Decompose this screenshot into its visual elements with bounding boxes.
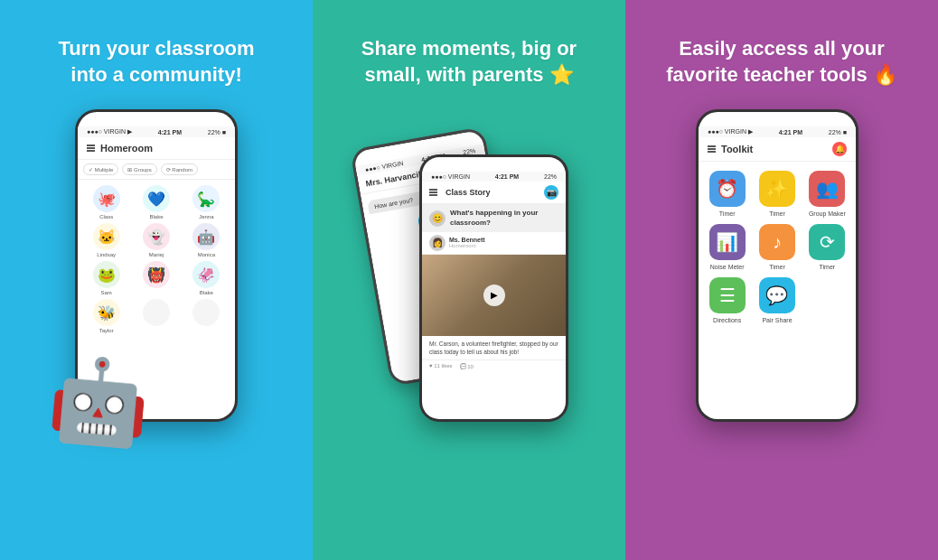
toolkit-title: Toolkit [721,144,753,154]
homeroom-title: Homeroom [100,143,153,154]
list-item[interactable]: 👻 Mariej [133,223,179,257]
list-item[interactable]: 🤖 Monica [183,223,230,257]
tool-group-maker[interactable]: 👥 Group Maker [806,171,849,217]
camera-icon[interactable]: 📷 [544,185,558,200]
status-bar-3: ●●●○ VIRGIN ▶ 4:21 PM 22% ■ [699,126,856,137]
tool-icon-timer2: ✨ [759,171,795,207]
story-avatar: 😊 [429,210,446,227]
noise-meter-label: Noise Meter [710,264,745,270]
panel2-title: Share moments, big or small, with parent… [361,36,577,88]
hamburger-icon-3[interactable] [708,145,716,153]
status-bar-pri: ●●●○ VIRGIN 4:21 PM 22% [422,172,566,182]
tab-random[interactable]: ⟳ Random [161,163,198,175]
tool-pair-share[interactable]: 💬 Pair Share [755,277,798,323]
panel-toolkit: Easily access all your favorite teacher … [625,0,938,560]
class-story-title: Class Story [446,188,491,197]
list-item[interactable]: 🦕 Jenna [183,185,230,219]
list-item[interactable]: 💙 Blake [133,185,179,219]
story-header: Class Story 📷 [422,182,566,204]
story-caption: Mr. Carson, a volunteer firefighter, sto… [422,336,566,359]
panel-story: Share moments, big or small, with parent… [313,0,625,560]
pair-share-label: Pair Share [762,317,792,323]
story-poster-info: 👩 Ms. Bennett Homeroom [422,232,566,255]
poster-location: Homeroom [449,243,485,248]
list-item [183,299,230,333]
list-item[interactable]: 🐙 Class [83,185,129,219]
panel1-title: Turn your classroom into a community! [58,36,254,88]
list-item[interactable]: 🦑 Blake [183,261,230,295]
status-bar-1: ●●●○ VIRGIN ▶ 4:21 PM 22% ■ [78,126,235,137]
story-question-bar: 😊 What's happening in your classroom? [422,204,566,232]
panel-classroom: Turn your classroom into a community! ●●… [0,0,313,560]
tool-icon-music: ♪ [759,224,795,260]
student-grid: 🐙 Class 💙 Blake 🦕 Jenna 🐱 Lindsay [78,180,235,339]
tool-timer-2[interactable]: ✨ Timer [755,171,798,217]
toolkit-header: Toolkit 🔔 [699,137,856,162]
phones-container: ●●●○ VIRGIN 4:21 PM 22% Mrs. Harvancik H… [370,118,568,471]
tool-timer-1[interactable]: ⏰ Timer [706,171,748,217]
tool-timer-4[interactable]: ⟳ Timer [806,224,849,270]
list-item [133,299,179,333]
notification-icon[interactable]: 🔔 [832,142,847,156]
status-left-3: ●●●○ VIRGIN ▶ [708,128,753,135]
tool-icon-group-maker: 👥 [809,171,845,207]
play-button[interactable]: ▶ [483,285,505,306]
tools-grid: ⏰ Timer ✨ Timer 👥 Group Maker 📊 Noise [699,162,856,332]
status-left-1: ●●●○ VIRGIN ▶ [87,128,132,135]
tool-icon-shuffle: ⟳ [809,224,845,260]
tab-groups[interactable]: ⊞ Groups [122,163,156,175]
poster-avatar: 👩 [429,235,446,251]
status-time-1: 4:21 PM [158,129,182,135]
phone-primary: ●●●○ VIRGIN 4:21 PM 22% Class Story 📷 � [419,154,568,422]
status-right-1: 22% ■ [208,129,226,135]
story-image: ▶ [422,255,566,336]
tool-directions[interactable]: ☰ Directions [706,277,748,323]
tabs-row: ✓ Multiple ⊞ Groups ⟳ Random [78,160,235,180]
phone-3: ●●●○ VIRGIN ▶ 4:21 PM 22% ■ Toolkit 🔔 [696,109,858,422]
phone-3-wrap: ●●●○ VIRGIN ▶ 4:21 PM 22% ■ Toolkit 🔔 [696,109,868,422]
status-right-3: 22% ■ [829,129,847,135]
tool-icon-noise-meter: 📊 [709,224,746,260]
status-time-3: 4:21 PM [779,129,802,135]
list-item[interactable]: 🐝 Taylor [83,299,129,333]
tool-icon-directions: ☰ [709,277,746,313]
story-question: What's happening in your classroom? [450,209,558,228]
homeroom-header: Homeroom [78,137,235,160]
story-likes: ♥ 11 likes 💬 10 [422,359,566,372]
list-item[interactable]: 🐱 Lindsay [83,223,129,257]
group-maker-label: Group Maker [809,210,846,217]
hamburger-icon[interactable] [87,145,95,152]
tool-timer-3[interactable]: ♪ Timer [755,224,798,270]
panel3-title: Easily access all your favorite teacher … [666,36,897,88]
directions-label: Directions [713,317,741,323]
hamburger-icon-2[interactable] [429,189,437,196]
tool-icon-timer: ⏰ [709,171,746,207]
tool-icon-pair-share: 💬 [759,277,795,313]
list-item[interactable]: 👹 [133,261,179,295]
tab-multiple[interactable]: ✓ Multiple [83,163,118,175]
mascot: 🤖 [44,350,154,453]
poster-name: Ms. Bennett [449,237,485,243]
list-item[interactable]: 🐸 Sam [83,261,129,295]
tool-noise-meter[interactable]: 📊 Noise Meter [706,224,748,270]
